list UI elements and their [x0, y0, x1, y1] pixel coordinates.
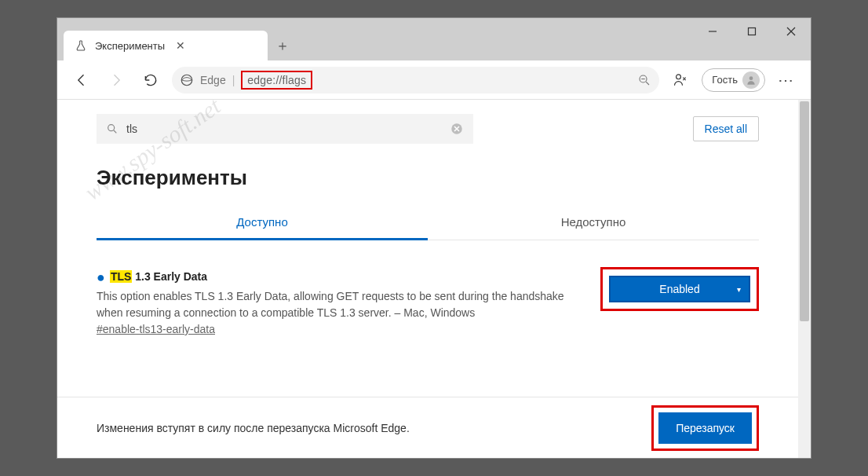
avatar-icon: [742, 71, 760, 89]
reset-all-button[interactable]: Reset all: [693, 116, 759, 141]
flag-description: This option enables TLS 1.3 Early Data, …: [97, 288, 577, 321]
svg-line-7: [647, 82, 650, 85]
flag-status-dot-icon: ●: [97, 269, 105, 285]
close-tab-icon[interactable]: ✕: [173, 36, 188, 55]
window-controls: [693, 18, 811, 45]
flag-title-rest: 1.3 Early Data: [132, 270, 207, 283]
svg-point-9: [749, 76, 753, 80]
chevron-down-icon: ▾: [737, 285, 741, 294]
new-tab-button[interactable]: ＋: [268, 31, 297, 60]
page-content: Reset all Эксперименты Доступно Недоступ…: [57, 100, 811, 458]
svg-point-10: [108, 125, 115, 131]
titlebar: Эксперименты ✕ ＋: [57, 18, 811, 60]
back-button[interactable]: [68, 67, 95, 93]
flag-anchor-link[interactable]: #enable-tls13-early-data: [97, 323, 215, 335]
minimize-button[interactable]: [693, 18, 732, 45]
address-bar: Edge | edge://flags Гость ⋯: [57, 60, 811, 100]
clear-search-icon[interactable]: [450, 122, 464, 136]
search-icon: [106, 123, 119, 135]
tab-strip: Эксперименты ✕ ＋: [57, 18, 693, 60]
svg-point-8: [677, 74, 681, 79]
zoom-icon[interactable]: [637, 73, 651, 87]
page-title: Эксперименты: [97, 166, 759, 190]
close-window-button[interactable]: [771, 18, 811, 45]
flask-icon: [75, 39, 87, 52]
search-input[interactable]: [126, 123, 442, 135]
svg-line-11: [114, 130, 116, 133]
reload-button[interactable]: [137, 67, 164, 93]
tab-experiments[interactable]: Эксперименты ✕: [64, 31, 268, 60]
flag-state-select[interactable]: Enabled ▾: [609, 276, 750, 302]
more-menu-icon[interactable]: ⋯: [773, 71, 800, 90]
profile-button[interactable]: Гость: [702, 68, 765, 92]
restart-footer: Изменения вступят в силу после перезапус…: [57, 397, 798, 458]
flag-row: ●TLS 1.3 Early Data This option enables …: [97, 267, 759, 338]
restart-highlight: Перезапуск: [651, 405, 759, 451]
flag-text: ●TLS 1.3 Early Data This option enables …: [97, 267, 577, 338]
maximize-button[interactable]: [732, 18, 771, 45]
url-box[interactable]: Edge | edge://flags: [172, 67, 659, 93]
profile-label: Гость: [712, 74, 738, 86]
edge-icon: [180, 73, 194, 87]
browser-window: Эксперименты ✕ ＋ Edge | edge://flags Гос…: [57, 18, 811, 458]
flag-highlight: TLS: [110, 270, 132, 283]
flags-tabs: Доступно Недоступно: [97, 206, 759, 240]
forward-button[interactable]: [103, 67, 129, 93]
flag-title: ●TLS 1.3 Early Data: [97, 267, 577, 288]
collections-icon[interactable]: [667, 67, 694, 93]
search-row: Reset all: [97, 114, 759, 144]
tab-title: Эксперименты: [95, 40, 165, 52]
svg-rect-1: [749, 28, 756, 35]
restart-button[interactable]: Перезапуск: [658, 412, 752, 444]
url-text: edge://flags: [241, 71, 312, 90]
footer-note: Изменения вступят в силу после перезапус…: [97, 422, 410, 434]
vertical-scrollbar[interactable]: [798, 100, 811, 458]
url-separator: |: [232, 74, 235, 86]
url-scheme-label: Edge: [200, 74, 226, 86]
tab-unavailable[interactable]: Недоступно: [428, 206, 759, 240]
flag-state-value: Enabled: [659, 283, 699, 295]
flag-select-highlight: Enabled ▾: [600, 267, 759, 311]
scrollbar-thumb[interactable]: [800, 101, 809, 321]
tab-available[interactable]: Доступно: [97, 206, 428, 240]
search-box[interactable]: [97, 114, 473, 144]
